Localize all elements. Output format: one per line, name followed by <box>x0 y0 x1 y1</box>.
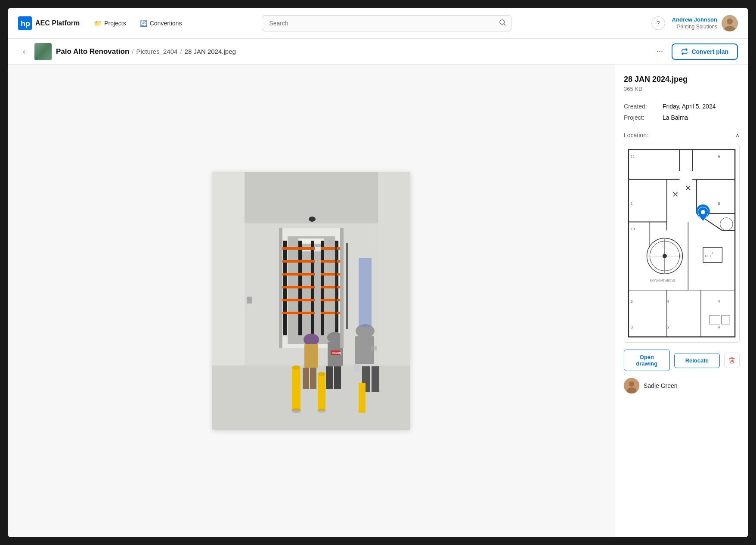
svg-rect-23 <box>282 299 315 301</box>
user-role: Printing Solutions <box>672 24 717 30</box>
breadcrumb-bar: ‹ Palo Alto Renovation / Pictures_2404 /… <box>8 39 748 65</box>
collaborator-row: Sadie Green <box>624 378 740 393</box>
user-name: Andrew Johnson <box>672 16 717 24</box>
svg-text:1: 1 <box>631 201 633 206</box>
svg-rect-44 <box>326 366 333 389</box>
convert-plan-button[interactable]: Convert plan <box>672 43 738 60</box>
file-title: 28 JAN 2024.jpeg <box>624 75 740 84</box>
user-area[interactable]: Andrew Johnson Printing Solutions <box>672 15 738 31</box>
back-button[interactable]: ‹ <box>18 46 30 58</box>
right-panel: 28 JAN 2024.jpeg 365 KB Created: Friday,… <box>615 65 748 537</box>
svg-point-56 <box>318 372 325 376</box>
svg-text:10: 10 <box>631 227 635 231</box>
svg-rect-61 <box>279 228 282 348</box>
breadcrumb-file: 28 JAN 2024.jpeg <box>185 48 236 55</box>
breadcrumb-folder[interactable]: Pictures_2404 <box>136 48 178 55</box>
svg-rect-55 <box>318 374 325 411</box>
svg-text:7: 7 <box>712 251 713 255</box>
convert-icon <box>681 48 688 55</box>
svg-rect-45 <box>334 366 341 389</box>
nav-projects[interactable]: 📁 Projects <box>88 16 132 30</box>
svg-point-54 <box>291 408 301 413</box>
hp-logo-icon: hp <box>18 16 32 30</box>
breadcrumb: Palo Alto Renovation / Pictures_2404 / 2… <box>56 47 236 56</box>
help-button[interactable]: ? <box>651 16 665 30</box>
main-nav: 📁 Projects 🔄 Convertions <box>88 16 188 30</box>
file-size: 365 KB <box>624 86 740 92</box>
svg-text:COVER: COVER <box>332 352 341 354</box>
location-label: Location: <box>624 132 648 139</box>
relocate-button[interactable]: Relocate <box>674 353 720 368</box>
svg-rect-58 <box>359 383 366 413</box>
breadcrumb-sep-1: / <box>132 48 133 55</box>
svg-line-3 <box>504 24 505 25</box>
delete-button[interactable] <box>724 353 740 368</box>
svg-point-36 <box>304 334 319 346</box>
svg-rect-31 <box>321 299 340 301</box>
svg-text:8: 8 <box>718 201 720 206</box>
search-input[interactable] <box>262 15 511 31</box>
open-drawing-button[interactable]: Open drawing <box>624 350 670 371</box>
svg-point-110 <box>629 381 634 387</box>
collaborator-name: Sadie Green <box>644 382 678 389</box>
svg-rect-28 <box>321 260 340 263</box>
svg-rect-30 <box>321 286 340 288</box>
svg-rect-22 <box>282 286 315 288</box>
svg-rect-24 <box>282 312 315 314</box>
svg-rect-38 <box>303 368 309 389</box>
svg-point-5 <box>727 19 733 25</box>
svg-rect-59 <box>359 258 372 327</box>
svg-text:9: 9 <box>718 155 720 159</box>
svg-point-104 <box>701 210 705 214</box>
svg-rect-34 <box>346 243 348 329</box>
svg-rect-60 <box>247 297 252 303</box>
svg-text:2: 2 <box>631 299 633 303</box>
more-options-button[interactable]: ··· <box>653 45 666 59</box>
meta-table: Created: Friday, April 5, 2024 Project: … <box>624 101 740 123</box>
svg-rect-51 <box>372 366 379 392</box>
header: hp AEC Platform 📁 Projects 🔄 Convertions <box>8 8 748 39</box>
svg-point-35 <box>309 217 316 222</box>
location-row: Location: ∧ <box>624 132 740 139</box>
breadcrumb-project[interactable]: Palo Alto Renovation <box>56 47 129 56</box>
svg-rect-33 <box>335 243 337 329</box>
warehouse-image-container: COVER <box>212 172 410 430</box>
avatar <box>722 15 738 31</box>
svg-rect-63 <box>624 146 739 341</box>
nav-projects-label: Projects <box>104 20 126 27</box>
svg-rect-37 <box>304 344 318 368</box>
breadcrumb-actions: ··· Convert plan <box>653 43 738 60</box>
main-content: COVER <box>8 65 748 537</box>
image-viewer: COVER <box>8 65 615 537</box>
svg-rect-39 <box>310 368 316 389</box>
svg-rect-52 <box>292 368 301 411</box>
svg-text:LIFT: LIFT <box>705 254 712 257</box>
search-bar <box>262 15 511 31</box>
project-value: La Balma <box>663 112 740 123</box>
app-title: AEC Platform <box>35 19 80 27</box>
svg-text:hp: hp <box>21 19 30 28</box>
created-value: Friday, April 5, 2024 <box>663 101 740 112</box>
floor-plan-svg[interactable]: 11 9 1 10 8 <box>624 144 739 342</box>
nav-convertions[interactable]: 🔄 Convertions <box>134 16 188 30</box>
svg-rect-21 <box>282 273 315 276</box>
breadcrumb-sep-2: / <box>180 48 182 55</box>
svg-rect-48 <box>371 346 377 350</box>
search-button[interactable] <box>499 19 506 28</box>
relocate-label: Relocate <box>685 357 709 364</box>
project-label: Project: <box>624 112 663 123</box>
folder-icon: 📁 <box>94 20 102 27</box>
svg-point-53 <box>292 365 301 370</box>
svg-rect-49 <box>353 364 360 372</box>
logo-area: hp AEC Platform <box>18 16 80 30</box>
svg-point-57 <box>317 409 326 413</box>
location-toggle-button[interactable]: ∧ <box>735 132 740 139</box>
open-drawing-label: Open drawing <box>636 354 657 367</box>
svg-rect-32 <box>321 312 340 314</box>
svg-rect-20 <box>282 260 315 263</box>
nav-convertions-label: Convertions <box>150 20 182 27</box>
created-label: Created: <box>624 101 663 112</box>
convert-plan-label: Convert plan <box>691 48 728 55</box>
warehouse-photo: COVER <box>212 172 410 430</box>
svg-text:4: 4 <box>718 299 720 303</box>
